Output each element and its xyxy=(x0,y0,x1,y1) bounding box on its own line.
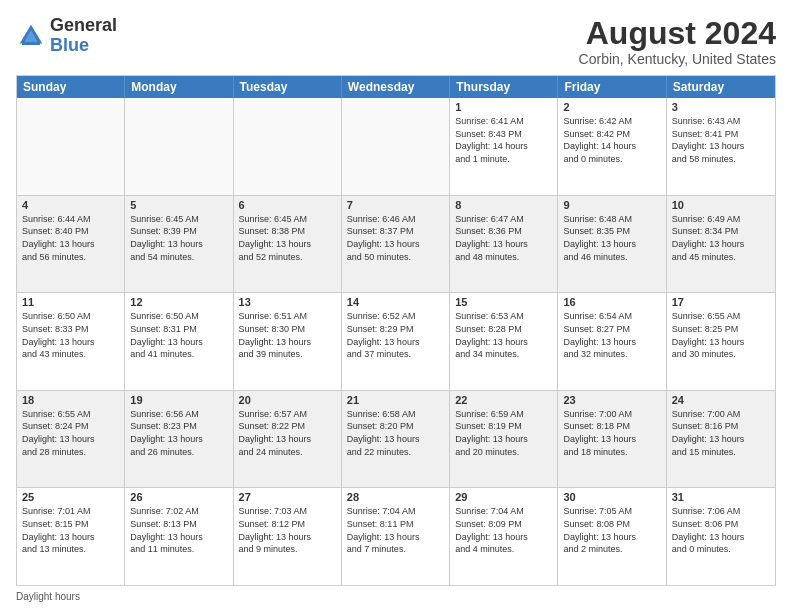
day-cell-5: 5Sunrise: 6:45 AM Sunset: 8:39 PM Daylig… xyxy=(125,196,233,293)
day-info: Sunrise: 7:01 AM Sunset: 8:15 PM Dayligh… xyxy=(22,505,119,555)
day-info: Sunrise: 7:05 AM Sunset: 8:08 PM Dayligh… xyxy=(563,505,660,555)
day-info: Sunrise: 6:58 AM Sunset: 8:20 PM Dayligh… xyxy=(347,408,444,458)
day-cell-19: 19Sunrise: 6:56 AM Sunset: 8:23 PM Dayli… xyxy=(125,391,233,488)
day-number: 16 xyxy=(563,296,660,308)
day-info: Sunrise: 7:06 AM Sunset: 8:06 PM Dayligh… xyxy=(672,505,770,555)
day-number: 6 xyxy=(239,199,336,211)
day-cell-15: 15Sunrise: 6:53 AM Sunset: 8:28 PM Dayli… xyxy=(450,293,558,390)
day-number: 11 xyxy=(22,296,119,308)
day-info: Sunrise: 6:55 AM Sunset: 8:25 PM Dayligh… xyxy=(672,310,770,360)
day-cell-14: 14Sunrise: 6:52 AM Sunset: 8:29 PM Dayli… xyxy=(342,293,450,390)
empty-cell xyxy=(125,98,233,195)
day-number: 27 xyxy=(239,491,336,503)
day-info: Sunrise: 6:59 AM Sunset: 8:19 PM Dayligh… xyxy=(455,408,552,458)
day-number: 7 xyxy=(347,199,444,211)
empty-cell xyxy=(17,98,125,195)
day-info: Sunrise: 6:55 AM Sunset: 8:24 PM Dayligh… xyxy=(22,408,119,458)
day-info: Sunrise: 6:44 AM Sunset: 8:40 PM Dayligh… xyxy=(22,213,119,263)
day-number: 24 xyxy=(672,394,770,406)
day-info: Sunrise: 7:00 AM Sunset: 8:18 PM Dayligh… xyxy=(563,408,660,458)
day-cell-17: 17Sunrise: 6:55 AM Sunset: 8:25 PM Dayli… xyxy=(667,293,775,390)
daylight-hours-label: Daylight hours xyxy=(16,591,80,602)
day-cell-21: 21Sunrise: 6:58 AM Sunset: 8:20 PM Dayli… xyxy=(342,391,450,488)
day-number: 9 xyxy=(563,199,660,211)
day-number: 8 xyxy=(455,199,552,211)
day-info: Sunrise: 6:53 AM Sunset: 8:28 PM Dayligh… xyxy=(455,310,552,360)
day-cell-11: 11Sunrise: 6:50 AM Sunset: 8:33 PM Dayli… xyxy=(17,293,125,390)
day-info: Sunrise: 6:49 AM Sunset: 8:34 PM Dayligh… xyxy=(672,213,770,263)
logo-blue: Blue xyxy=(50,35,89,55)
day-cell-8: 8Sunrise: 6:47 AM Sunset: 8:36 PM Daylig… xyxy=(450,196,558,293)
day-number: 15 xyxy=(455,296,552,308)
location: Corbin, Kentucky, United States xyxy=(579,51,776,67)
month-year: August 2024 xyxy=(579,16,776,51)
day-number: 29 xyxy=(455,491,552,503)
day-number: 14 xyxy=(347,296,444,308)
footer-note: Daylight hours xyxy=(16,591,776,602)
day-cell-31: 31Sunrise: 7:06 AM Sunset: 8:06 PM Dayli… xyxy=(667,488,775,585)
day-number: 23 xyxy=(563,394,660,406)
day-cell-26: 26Sunrise: 7:02 AM Sunset: 8:13 PM Dayli… xyxy=(125,488,233,585)
day-of-week-wednesday: Wednesday xyxy=(342,76,450,98)
day-cell-22: 22Sunrise: 6:59 AM Sunset: 8:19 PM Dayli… xyxy=(450,391,558,488)
calendar-row-3: 18Sunrise: 6:55 AM Sunset: 8:24 PM Dayli… xyxy=(17,390,775,488)
day-number: 17 xyxy=(672,296,770,308)
day-number: 13 xyxy=(239,296,336,308)
day-cell-30: 30Sunrise: 7:05 AM Sunset: 8:08 PM Dayli… xyxy=(558,488,666,585)
day-info: Sunrise: 6:56 AM Sunset: 8:23 PM Dayligh… xyxy=(130,408,227,458)
day-info: Sunrise: 6:51 AM Sunset: 8:30 PM Dayligh… xyxy=(239,310,336,360)
day-cell-27: 27Sunrise: 7:03 AM Sunset: 8:12 PM Dayli… xyxy=(234,488,342,585)
calendar-header: SundayMondayTuesdayWednesdayThursdayFrid… xyxy=(17,76,775,98)
logo-general: General xyxy=(50,15,117,35)
day-cell-20: 20Sunrise: 6:57 AM Sunset: 8:22 PM Dayli… xyxy=(234,391,342,488)
day-cell-25: 25Sunrise: 7:01 AM Sunset: 8:15 PM Dayli… xyxy=(17,488,125,585)
header: General Blue August 2024 Corbin, Kentuck… xyxy=(16,16,776,67)
day-info: Sunrise: 6:42 AM Sunset: 8:42 PM Dayligh… xyxy=(563,115,660,165)
day-info: Sunrise: 6:48 AM Sunset: 8:35 PM Dayligh… xyxy=(563,213,660,263)
logo-icon xyxy=(16,21,46,51)
day-cell-18: 18Sunrise: 6:55 AM Sunset: 8:24 PM Dayli… xyxy=(17,391,125,488)
day-cell-9: 9Sunrise: 6:48 AM Sunset: 8:35 PM Daylig… xyxy=(558,196,666,293)
day-info: Sunrise: 6:50 AM Sunset: 8:31 PM Dayligh… xyxy=(130,310,227,360)
logo-text: General Blue xyxy=(50,16,117,56)
day-cell-10: 10Sunrise: 6:49 AM Sunset: 8:34 PM Dayli… xyxy=(667,196,775,293)
day-info: Sunrise: 6:57 AM Sunset: 8:22 PM Dayligh… xyxy=(239,408,336,458)
svg-rect-2 xyxy=(22,42,40,45)
day-number: 10 xyxy=(672,199,770,211)
day-of-week-thursday: Thursday xyxy=(450,76,558,98)
day-number: 22 xyxy=(455,394,552,406)
calendar: SundayMondayTuesdayWednesdayThursdayFrid… xyxy=(16,75,776,586)
day-info: Sunrise: 6:45 AM Sunset: 8:39 PM Dayligh… xyxy=(130,213,227,263)
day-cell-29: 29Sunrise: 7:04 AM Sunset: 8:09 PM Dayli… xyxy=(450,488,558,585)
day-info: Sunrise: 7:03 AM Sunset: 8:12 PM Dayligh… xyxy=(239,505,336,555)
day-of-week-tuesday: Tuesday xyxy=(234,76,342,98)
calendar-row-1: 4Sunrise: 6:44 AM Sunset: 8:40 PM Daylig… xyxy=(17,195,775,293)
day-cell-3: 3Sunrise: 6:43 AM Sunset: 8:41 PM Daylig… xyxy=(667,98,775,195)
day-cell-12: 12Sunrise: 6:50 AM Sunset: 8:31 PM Dayli… xyxy=(125,293,233,390)
day-number: 3 xyxy=(672,101,770,113)
day-number: 20 xyxy=(239,394,336,406)
day-info: Sunrise: 6:50 AM Sunset: 8:33 PM Dayligh… xyxy=(22,310,119,360)
day-info: Sunrise: 7:04 AM Sunset: 8:11 PM Dayligh… xyxy=(347,505,444,555)
day-info: Sunrise: 6:54 AM Sunset: 8:27 PM Dayligh… xyxy=(563,310,660,360)
day-cell-2: 2Sunrise: 6:42 AM Sunset: 8:42 PM Daylig… xyxy=(558,98,666,195)
day-info: Sunrise: 6:47 AM Sunset: 8:36 PM Dayligh… xyxy=(455,213,552,263)
day-cell-4: 4Sunrise: 6:44 AM Sunset: 8:40 PM Daylig… xyxy=(17,196,125,293)
calendar-row-2: 11Sunrise: 6:50 AM Sunset: 8:33 PM Dayli… xyxy=(17,292,775,390)
day-of-week-friday: Friday xyxy=(558,76,666,98)
day-number: 19 xyxy=(130,394,227,406)
day-info: Sunrise: 6:46 AM Sunset: 8:37 PM Dayligh… xyxy=(347,213,444,263)
empty-cell xyxy=(342,98,450,195)
day-cell-16: 16Sunrise: 6:54 AM Sunset: 8:27 PM Dayli… xyxy=(558,293,666,390)
day-cell-7: 7Sunrise: 6:46 AM Sunset: 8:37 PM Daylig… xyxy=(342,196,450,293)
day-number: 31 xyxy=(672,491,770,503)
day-info: Sunrise: 7:04 AM Sunset: 8:09 PM Dayligh… xyxy=(455,505,552,555)
day-number: 21 xyxy=(347,394,444,406)
day-number: 1 xyxy=(455,101,552,113)
day-info: Sunrise: 7:02 AM Sunset: 8:13 PM Dayligh… xyxy=(130,505,227,555)
day-number: 12 xyxy=(130,296,227,308)
day-of-week-monday: Monday xyxy=(125,76,233,98)
day-number: 25 xyxy=(22,491,119,503)
day-cell-23: 23Sunrise: 7:00 AM Sunset: 8:18 PM Dayli… xyxy=(558,391,666,488)
day-number: 5 xyxy=(130,199,227,211)
